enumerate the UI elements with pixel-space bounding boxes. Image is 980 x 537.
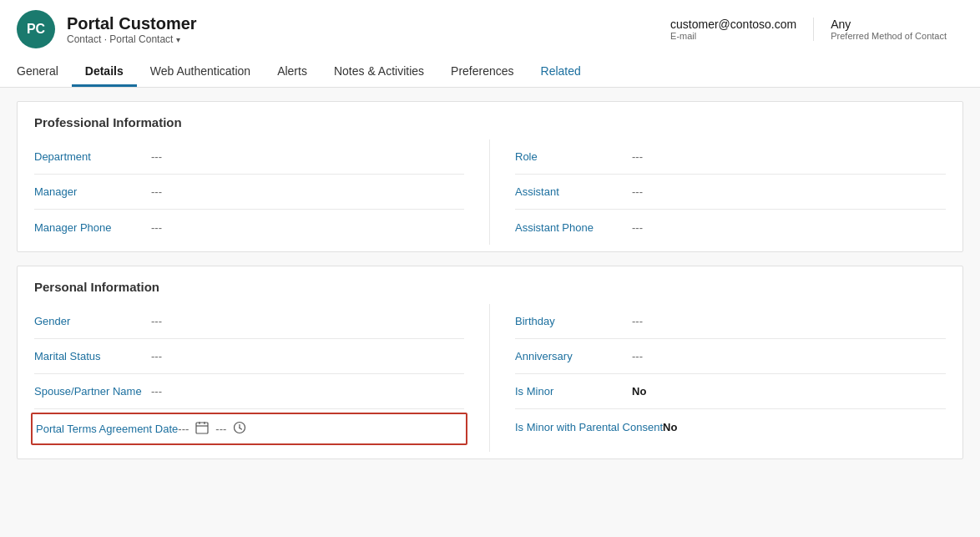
department-row: Department --- (34, 139, 464, 175)
assistant-value: --- (632, 185, 643, 198)
method-label: Preferred Method of Contact (831, 31, 947, 41)
manager-phone-row: Manager Phone --- (34, 210, 464, 245)
spouse-name-row: Spouse/Partner Name --- (34, 374, 464, 409)
professional-info-card: Professional Information Department --- … (17, 101, 963, 252)
is-minor-label: Is Minor (515, 385, 632, 398)
tab-preferences[interactable]: Preferences (437, 58, 527, 87)
gender-row: Gender --- (34, 304, 464, 339)
portal-terms-fields: --- --- (178, 421, 462, 437)
anniversary-value: --- (632, 350, 643, 362)
avatar: PC (17, 10, 55, 48)
gender-label: Gender (34, 315, 151, 327)
anniversary-row: Anniversary --- (515, 339, 946, 374)
assistant-label: Assistant (515, 185, 632, 198)
is-minor-consent-row: Is Minor with Parental Consent No (515, 409, 946, 444)
calendar-icon[interactable] (195, 421, 209, 437)
header-top: PC Portal Customer Contact · Portal Cont… (17, 10, 963, 57)
tab-details[interactable]: Details (72, 58, 137, 87)
header-left: PC Portal Customer Contact · Portal Cont… (17, 10, 197, 48)
is-minor-consent-label: Is Minor with Parental Consent (515, 421, 663, 433)
department-label: Department (34, 150, 151, 163)
personal-left-col: Gender --- Marital Status --- Spouse/Par… (34, 304, 490, 452)
anniversary-label: Anniversary (515, 350, 632, 362)
chevron-icon[interactable]: ▾ (176, 35, 180, 44)
tab-related[interactable]: Related (528, 58, 594, 87)
portal-terms-row: Portal Terms Agreement Date --- --- (31, 413, 467, 445)
contact-subtitle: Contact · Portal Contact ▾ (67, 33, 197, 45)
manager-phone-value: --- (151, 221, 162, 234)
assistant-row: Assistant --- (515, 175, 946, 210)
manager-label: Manager (34, 185, 151, 198)
assistant-phone-label: Assistant Phone (515, 221, 632, 234)
contact-name: Portal Customer (67, 13, 197, 33)
header-contact-method: Any Preferred Method of Contact (814, 18, 963, 41)
header-email: customer@contoso.com E-mail (654, 18, 814, 41)
clock-icon[interactable] (233, 421, 246, 437)
personal-info-title: Personal Information (34, 280, 946, 294)
manager-phone-label: Manager Phone (34, 221, 151, 234)
birthday-value: --- (632, 315, 643, 327)
svg-rect-0 (196, 423, 208, 433)
personal-right-col: Birthday --- Anniversary --- Is Minor No… (490, 304, 946, 452)
svg-line-6 (240, 428, 242, 430)
is-minor-consent-value: No (663, 421, 677, 433)
professional-left-col: Department --- Manager --- Manager Phone… (34, 139, 490, 245)
professional-info-title: Professional Information (34, 115, 946, 129)
header-right: customer@contoso.com E-mail Any Preferre… (654, 18, 963, 41)
nav-tabs: General Details Web Authentication Alert… (17, 57, 963, 87)
role-value: --- (632, 150, 643, 163)
tab-notes-activities[interactable]: Notes & Activities (321, 58, 437, 87)
portal-terms-date-value: --- (178, 423, 189, 435)
spouse-name-value: --- (151, 385, 162, 398)
header: PC Portal Customer Contact · Portal Cont… (0, 0, 980, 88)
email-value: customer@contoso.com (670, 18, 796, 31)
is-minor-row: Is Minor No (515, 374, 946, 409)
gender-value: --- (151, 315, 162, 327)
role-row: Role --- (515, 139, 946, 175)
marital-status-row: Marital Status --- (34, 339, 464, 374)
spouse-name-label: Spouse/Partner Name (34, 385, 151, 398)
tab-web-authentication[interactable]: Web Authentication (137, 58, 264, 87)
assistant-phone-value: --- (632, 221, 643, 234)
manager-value: --- (151, 185, 162, 198)
professional-right-col: Role --- Assistant --- Assistant Phone -… (490, 139, 946, 245)
marital-status-value: --- (151, 350, 162, 362)
portal-terms-label: Portal Terms Agreement Date (36, 423, 178, 435)
contact-info: Portal Customer Contact · Portal Contact… (67, 13, 197, 45)
marital-status-label: Marital Status (34, 350, 151, 362)
assistant-phone-row: Assistant Phone --- (515, 210, 946, 245)
tab-general[interactable]: General (17, 58, 72, 87)
role-label: Role (515, 150, 632, 163)
is-minor-value: No (632, 385, 646, 398)
personal-info-card: Personal Information Gender --- Marital … (17, 266, 963, 459)
main-content: Professional Information Department --- … (0, 88, 980, 486)
professional-form-grid: Department --- Manager --- Manager Phone… (34, 139, 946, 251)
personal-form-grid: Gender --- Marital Status --- Spouse/Par… (34, 304, 946, 458)
birthday-label: Birthday (515, 315, 632, 327)
email-label: E-mail (670, 31, 796, 41)
birthday-row: Birthday --- (515, 304, 946, 339)
department-value: --- (151, 150, 162, 163)
manager-row: Manager --- (34, 175, 464, 210)
tab-alerts[interactable]: Alerts (264, 58, 321, 87)
portal-terms-time-value: --- (215, 423, 226, 435)
method-value: Any (831, 18, 947, 31)
contact-type: Contact · Portal Contact (67, 33, 173, 45)
